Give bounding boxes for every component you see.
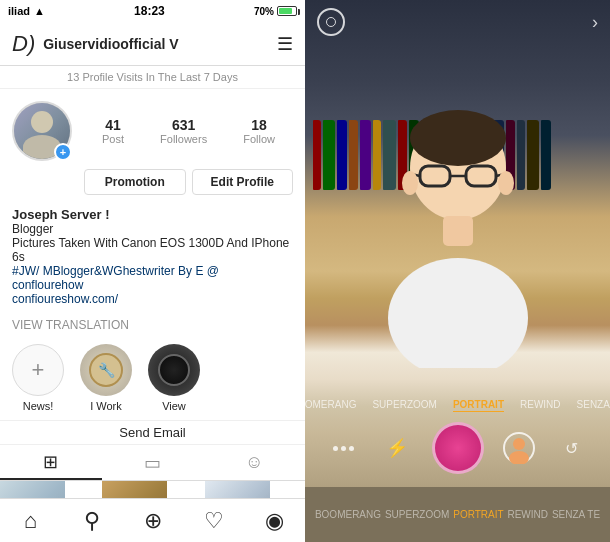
dots-icon: [333, 446, 354, 451]
heart-icon: ♡: [204, 508, 224, 534]
camera-shutter-button[interactable]: [432, 422, 484, 474]
nav-search[interactable]: ⚲: [61, 499, 122, 542]
profile-tabs: ⊞ ▭ ☺: [0, 445, 305, 481]
followers-count: 631: [172, 117, 195, 133]
battery-icon: [277, 6, 297, 16]
menu-icon[interactable]: ☰: [277, 33, 293, 55]
posts-stat[interactable]: 41 Post: [102, 117, 124, 145]
highlight-image-work: 🔧: [80, 344, 132, 396]
mode-senza[interactable]: SENZA TE: [577, 399, 610, 412]
highlight-lens-image: [148, 344, 200, 396]
profile-icon: ◉: [265, 508, 284, 534]
svg-point-3: [410, 110, 506, 166]
mode-rewind[interactable]: REWIND: [520, 399, 561, 412]
posts-label: Post: [102, 133, 124, 145]
grid-tab-icon: ⊞: [43, 451, 58, 473]
followers-label: Followers: [160, 133, 207, 145]
camera-mode-inner: [326, 17, 336, 27]
camera-mode-row: BOOMERANG SUPERZOOM PORTRAIT REWIND SENZ…: [305, 393, 610, 418]
status-time: 18:23: [134, 4, 165, 18]
camera-next-arrow[interactable]: ›: [592, 12, 598, 33]
profile-section: + 41 Post 631 Followers 18 Follow: [0, 89, 305, 169]
following-label: Follow: [243, 133, 275, 145]
bio-title: Blogger: [12, 222, 293, 236]
tab-list[interactable]: ▭: [102, 445, 204, 480]
status-right: 70%: [254, 6, 297, 17]
camera-bottom-nav: BOOMERANG SUPERZOOM PORTRAIT REWIND SENZ…: [305, 487, 610, 542]
nav-profile[interactable]: ◉: [244, 499, 305, 542]
dot-2: [341, 446, 346, 451]
highlight-add-icon: +: [32, 357, 45, 383]
mode-boomerang[interactable]: BOOMERANG: [305, 399, 356, 412]
nav-activity[interactable]: ♡: [183, 499, 244, 542]
highlight-item-view[interactable]: View: [148, 344, 200, 412]
dot-3: [349, 446, 354, 451]
promotion-button[interactable]: Promotion: [84, 169, 186, 195]
mode-superzoom[interactable]: SUPERZOOM: [372, 399, 436, 412]
highlight-label-0: News!: [23, 400, 54, 412]
photo-grid: [0, 481, 305, 498]
tab-tagged[interactable]: ☺: [203, 445, 305, 480]
followers-stat[interactable]: 631 Followers: [160, 117, 207, 145]
posts-count: 41: [105, 117, 121, 133]
camera-flash-button[interactable]: ⚡: [379, 430, 415, 466]
highlight-add-circle[interactable]: +: [12, 344, 64, 396]
flash-icon: ⚡: [386, 437, 408, 459]
camera-mode-circle[interactable]: [317, 8, 345, 36]
cam-nav-rewind[interactable]: REWIND: [507, 509, 548, 520]
person-subject: [336, 108, 580, 406]
cam-nav-portrait[interactable]: PORTRAIT: [453, 509, 503, 520]
book: [313, 120, 321, 190]
add-story-button[interactable]: +: [54, 143, 72, 161]
cam-nav-2[interactable]: SUPERZOOM: [385, 509, 449, 520]
profile-username: Giuservidioofficial V: [43, 36, 277, 52]
search-icon: ⚲: [84, 508, 100, 534]
status-left: iliad ▲: [8, 5, 45, 17]
app-logo: D): [12, 31, 35, 57]
svg-point-14: [513, 438, 525, 450]
svg-point-15: [509, 451, 529, 464]
following-stat[interactable]: 18 Follow: [243, 117, 275, 145]
battery-percent: 70%: [254, 6, 274, 17]
highlight-label-1: I Work: [90, 400, 122, 412]
camera-controls-row: ⚡ ↺: [305, 418, 610, 482]
svg-point-9: [402, 171, 418, 195]
camera-top-bar: ›: [305, 8, 610, 36]
app-header: D) Giuservidioofficial V ☰: [0, 22, 305, 66]
profile-visits-text: 13 Profile Visits In The Last 7 Days: [67, 71, 238, 83]
highlight-circle-lens[interactable]: [148, 344, 200, 396]
mode-portrait[interactable]: PORTRAIT: [453, 399, 504, 412]
person-silhouette: [358, 108, 558, 368]
action-buttons: Promotion Edit Profile: [72, 169, 305, 205]
cam-nav-1[interactable]: BOOMERANG: [315, 509, 381, 520]
add-icon: ⊕: [144, 508, 162, 534]
carrier-label: iliad: [8, 5, 30, 17]
camera-dots-button[interactable]: [326, 430, 362, 466]
view-translation-button[interactable]: VIEW TRANSLATION: [0, 314, 305, 340]
photo-cell-1[interactable]: [0, 481, 65, 498]
photo-cell-2[interactable]: [102, 481, 167, 498]
instagram-profile-panel: iliad ▲ 18:23 70% D) Giuservidioofficial…: [0, 0, 305, 542]
nav-home[interactable]: ⌂: [0, 499, 61, 542]
photo-cell-3[interactable]: [205, 481, 270, 498]
svg-point-11: [388, 258, 528, 368]
following-count: 18: [251, 117, 267, 133]
send-email-button[interactable]: Send Email: [0, 420, 305, 445]
nav-add[interactable]: ⊕: [122, 499, 183, 542]
highlight-item-new[interactable]: + News!: [12, 344, 64, 412]
stats-row: 41 Post 631 Followers 18 Follow: [84, 117, 293, 145]
highlight-circle-work[interactable]: 🔧: [80, 344, 132, 396]
tab-grid[interactable]: ⊞: [0, 445, 102, 480]
edit-profile-button[interactable]: Edit Profile: [192, 169, 294, 195]
camera-avatar-button[interactable]: [501, 430, 537, 466]
bottom-navigation: ⌂ ⚲ ⊕ ♡ ◉: [0, 498, 305, 542]
dot-1: [333, 446, 338, 451]
svg-text:🔧: 🔧: [98, 362, 116, 379]
bio-link[interactable]: confioureshow.com/: [12, 292, 293, 306]
list-tab-icon: ▭: [144, 452, 161, 474]
svg-point-10: [498, 171, 514, 195]
camera-switch-button[interactable]: ↺: [554, 430, 590, 466]
cam-nav-senza[interactable]: SENZA TE: [552, 509, 600, 520]
highlight-item-work[interactable]: 🔧 I Work: [80, 344, 132, 412]
bio-hashtag: #JW/ MBlogger&WGhestwriter By E @ conflo…: [12, 264, 293, 292]
